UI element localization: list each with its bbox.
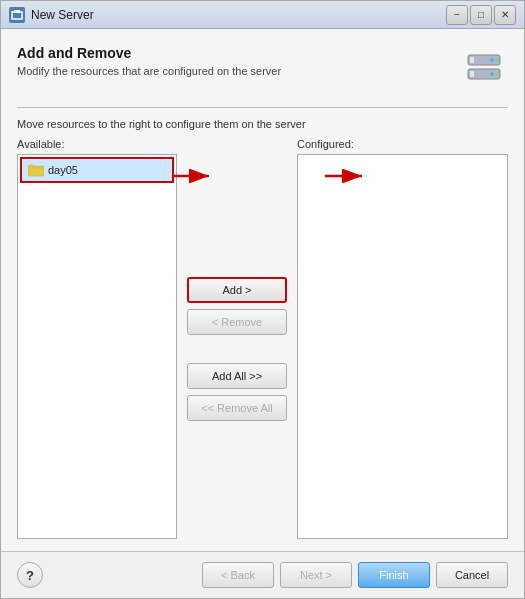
- available-item-label: day05: [48, 164, 78, 176]
- available-item-day05[interactable]: day05: [20, 157, 174, 183]
- configured-listbox[interactable]: [297, 154, 508, 539]
- header-text: Add and Remove Modify the resources that…: [17, 45, 452, 77]
- panels-wrapper: Available: day05 Ad: [17, 138, 508, 539]
- header-section: Add and Remove Modify the resources that…: [17, 45, 508, 93]
- header-title: Add and Remove: [17, 45, 452, 61]
- help-button[interactable]: ?: [17, 562, 43, 588]
- maximize-button[interactable]: □: [470, 5, 492, 25]
- minimize-button[interactable]: −: [446, 5, 468, 25]
- server-icon: [464, 49, 504, 89]
- configured-panel: Configured:: [297, 138, 508, 539]
- window-icon: [9, 7, 25, 23]
- window-controls: − □ ✕: [446, 5, 516, 25]
- header-divider: [17, 107, 508, 108]
- panels-area: Available: day05 Ad: [17, 138, 508, 539]
- footer-right: < Back Next > Finish Cancel: [202, 562, 508, 588]
- svg-point-4: [490, 58, 494, 62]
- next-button[interactable]: Next >: [280, 562, 352, 588]
- back-button[interactable]: < Back: [202, 562, 274, 588]
- svg-point-5: [495, 58, 499, 62]
- header-subtitle: Modify the resources that are configured…: [17, 65, 452, 77]
- finish-button[interactable]: Finish: [358, 562, 430, 588]
- svg-rect-3: [470, 57, 474, 63]
- add-button[interactable]: Add >: [187, 277, 287, 303]
- available-panel: Available: day05: [17, 138, 177, 539]
- close-button[interactable]: ✕: [494, 5, 516, 25]
- dialog-content: Add and Remove Modify the resources that…: [1, 29, 524, 551]
- footer-left: ?: [17, 562, 43, 588]
- cancel-button[interactable]: Cancel: [436, 562, 508, 588]
- available-listbox[interactable]: day05: [17, 154, 177, 539]
- folder-icon: [28, 162, 44, 178]
- new-server-dialog: New Server − □ ✕ Add and Remove Modify t…: [0, 0, 525, 599]
- svg-point-8: [490, 72, 494, 76]
- available-label: Available:: [17, 138, 177, 150]
- configured-label: Configured:: [297, 138, 508, 150]
- titlebar: New Server − □ ✕: [1, 1, 524, 29]
- instruction-text: Move resources to the right to configure…: [17, 118, 508, 130]
- add-all-button[interactable]: Add All >>: [187, 363, 287, 389]
- remove-button[interactable]: < Remove: [187, 309, 287, 335]
- svg-rect-0: [12, 12, 22, 19]
- svg-point-9: [495, 72, 499, 76]
- svg-rect-1: [14, 10, 20, 13]
- buttons-panel: Add > < Remove Add All >> << Remove All: [177, 138, 297, 539]
- header-icon-area: [460, 45, 508, 93]
- remove-all-button[interactable]: << Remove All: [187, 395, 287, 421]
- svg-rect-14: [29, 165, 34, 167]
- window-title: New Server: [31, 8, 446, 22]
- svg-rect-7: [470, 71, 474, 77]
- dialog-footer: ? < Back Next > Finish Cancel: [1, 551, 524, 598]
